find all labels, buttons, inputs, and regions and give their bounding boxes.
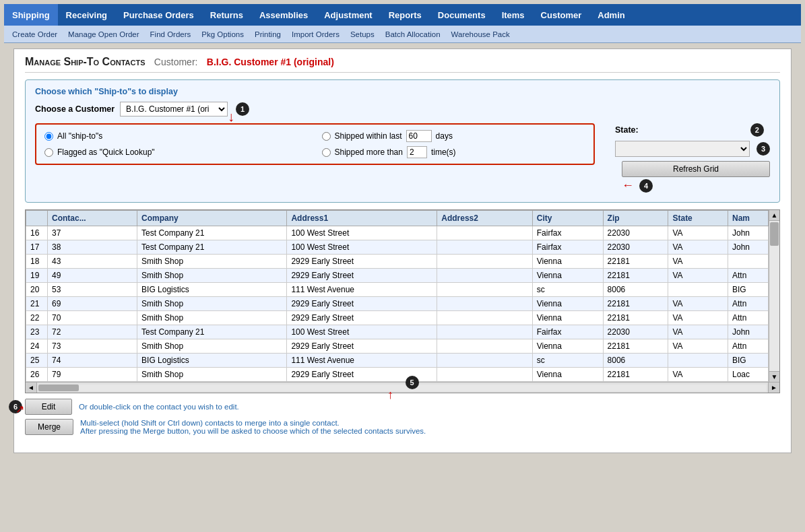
nav-adjustment[interactable]: Adjustment [316,4,381,26]
cell-company: Smith Shop [137,368,287,382]
table-row[interactable]: 19 49 Smith Shop 2929 Early Street Vienn… [26,269,769,283]
radio-all-ship-tos[interactable] [44,132,53,141]
col-header-contact[interactable]: Contac... [48,211,137,226]
option-flagged-quick: Flagged as "Quick Lookup" [44,146,309,158]
radio-shipped-within[interactable] [322,132,331,141]
subnav-setups[interactable]: Setups [345,29,380,40]
subnav-warehouse-pack[interactable]: Warehouse Pack [446,29,515,40]
col-header-city[interactable]: City [532,211,603,226]
refresh-grid-button[interactable]: Refresh Grid [622,161,770,177]
page-title-smallcaps: Manage Ship-To Contacts [25,56,146,67]
nav-items[interactable]: Items [494,4,533,26]
label-shipped-within: Shipped within last [335,131,402,141]
label-shipped-more: Shipped more than [335,147,403,157]
cell-row-num: 18 [26,255,48,269]
cell-address2 [437,368,532,382]
state-section: State: 2 VA CA 3 Refresh Grid [615,123,770,194]
scroll-right-arrow[interactable]: ► [768,383,779,393]
nav-returns[interactable]: Returns [202,4,251,26]
merge-row: Merge Multi-select (hold Shift or Ctrl d… [25,419,780,435]
cell-address1: 2929 Early Street [287,311,437,325]
cell-row-num: 26 [26,368,48,382]
merge-button[interactable]: Merge [25,419,73,435]
col-header-address1[interactable]: Address1 [287,211,437,226]
nav-receiving[interactable]: Receiving [58,4,115,26]
shipped-within-days-input[interactable] [406,130,432,142]
cell-name: Attn [728,311,769,325]
nav-purchase-orders[interactable]: Purchase Orders [115,4,202,26]
callout-5: 5 [406,376,419,389]
table-row[interactable]: 22 70 Smith Shop 2929 Early Street Vienn… [26,311,769,325]
subnav-pkg-options[interactable]: Pkg Options [196,29,249,40]
cell-zip: 22181 [603,297,668,311]
state-select[interactable]: VA CA [615,141,750,157]
vertical-scrollbar[interactable]: ▲ ▼ [769,210,779,382]
nav-reports[interactable]: Reports [381,4,430,26]
cell-zip: 22181 [603,255,668,269]
cell-name: Attn [728,297,769,311]
table-row[interactable]: 25 74 BIG Logistics 111 West Avenue sc 8… [26,354,769,368]
scroll-left-arrow[interactable]: ◄ [26,383,37,393]
edit-row: 6 ↗ Edit Or double-click on the contact … [25,399,780,415]
cell-zip: 22181 [603,269,668,283]
col-header-zip[interactable]: Zip [603,211,668,226]
col-header-state[interactable]: State [668,211,728,226]
table-row[interactable]: 18 43 Smith Shop 2929 Early Street Vienn… [26,255,769,269]
cell-company: Smith Shop [137,297,287,311]
page-title-bar: Manage Ship-To Contacts Customer: B.I.G.… [25,56,780,73]
h-scroll-track[interactable] [38,385,767,391]
callout-4: 4 [639,179,653,193]
merge-hints: Multi-select (hold Shift or Ctrl down) c… [80,419,426,435]
nav-shipping[interactable]: Shipping [4,4,58,26]
scroll-down-arrow[interactable]: ▼ [769,371,779,382]
scroll-track[interactable] [769,221,779,371]
col-header-address2[interactable]: Address2 [437,211,532,226]
table-header-row: Contac... Company Address1 Address2 City… [26,211,769,226]
nav-customer[interactable]: Customer [533,4,590,26]
nav-assemblies[interactable]: Assemblies [251,4,316,26]
col-header-num[interactable] [26,211,48,226]
cell-city: Vienna [532,311,603,325]
merge-hint-1: Multi-select (hold Shift or Ctrl down) c… [80,419,426,427]
scroll-up-arrow[interactable]: ▲ [769,210,779,221]
grid-inner: Contac... Company Address1 Address2 City… [26,210,769,382]
cell-row-num: 25 [26,354,48,368]
col-header-company[interactable]: Company [137,211,287,226]
subnav-manage-open-order[interactable]: Manage Open Order [63,29,144,40]
table-row[interactable]: 23 72 Test Company 21 100 West Street Fa… [26,325,769,339]
options-row: All "ship-to"s Shipped within last days … [35,123,770,194]
nav-documents[interactable]: Documents [430,4,494,26]
subnav-import-orders[interactable]: Import Orders [286,29,345,40]
cell-address1: 100 West Street [287,240,437,255]
merge-hint-2: After pressing the Merge button, you wil… [80,427,426,435]
nav-admin[interactable]: Admin [589,4,633,26]
subnav-printing[interactable]: Printing [249,29,286,40]
cell-address1: 111 West Avenue [287,283,437,297]
cell-name: John [728,325,769,339]
edit-button[interactable]: Edit [25,399,72,415]
table-row[interactable]: 26 79 Smith Shop 2929 Early Street Vienn… [26,368,769,382]
subnav-find-orders[interactable]: Find Orders [145,29,197,40]
table-row[interactable]: 24 73 Smith Shop 2929 Early Street Vienn… [26,339,769,354]
shipped-more-input[interactable] [407,146,427,158]
table-row[interactable]: 16 37 Test Company 21 100 West Street Fa… [26,226,769,240]
table-row[interactable]: 17 38 Test Company 21 100 West Street Fa… [26,240,769,255]
cell-address1: 2929 Early Street [287,269,437,283]
subnav-batch-allocation[interactable]: Batch Allocation [380,29,446,40]
table-row[interactable]: 21 69 Smith Shop 2929 Early Street Vienn… [26,297,769,311]
scroll-thumb [770,222,779,246]
col-header-name[interactable]: Nam [728,211,769,226]
cell-address1: 2929 Early Street [287,297,437,311]
cell-city: Fairfax [532,226,603,240]
radio-flagged-quick[interactable] [44,148,53,157]
callout-2: 2 [750,123,764,137]
horizontal-scrollbar[interactable]: ◄ ► 5 ↑ [26,382,779,393]
cell-city: Fairfax [532,325,603,339]
cell-city: Vienna [532,339,603,354]
label-flagged-quick: Flagged as "Quick Lookup" [57,147,155,157]
cell-address2 [437,325,532,339]
table-row[interactable]: 20 53 BIG Logistics 111 West Avenue sc 8… [26,283,769,297]
subnav-create-order[interactable]: Create Order [7,29,63,40]
radio-shipped-more[interactable] [322,148,331,157]
customer-select[interactable]: B.I.G. Customer #1 (ori [120,102,228,117]
